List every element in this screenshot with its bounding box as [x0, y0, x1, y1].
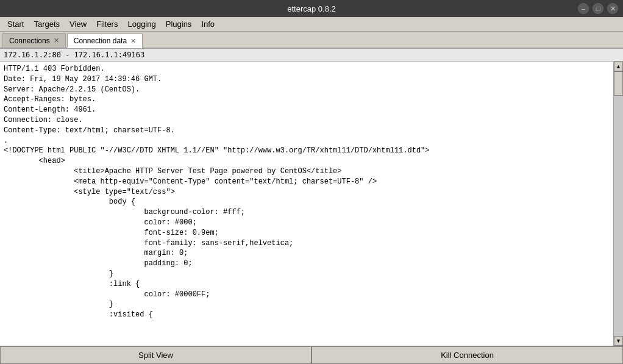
app-title: ettercap 0.8.2	[287, 4, 336, 13]
tab-connection-data[interactable]: Connection data ✕	[67, 34, 143, 48]
scrollbar-thumb[interactable]	[614, 71, 623, 96]
bottom-bar: Split View Kill Connection	[0, 346, 623, 364]
address-value: 172.16.1.2:80 - 172.16.1.1:49163	[4, 51, 144, 59]
scrollbar-up[interactable]: ▲	[614, 62, 623, 71]
menu-info[interactable]: Info	[196, 18, 219, 30]
content-text[interactable]: HTTP/1.1 403 Forbidden. Date: Fri, 19 Ma…	[0, 62, 613, 346]
tab-connection-data-close[interactable]: ✕	[130, 38, 136, 45]
menu-plugins[interactable]: Plugins	[161, 18, 197, 30]
tab-connections-label: Connections	[9, 37, 50, 45]
menu-targets[interactable]: Targets	[29, 18, 65, 30]
split-view-button[interactable]: Split View	[0, 346, 312, 364]
maximize-button[interactable]: □	[593, 3, 603, 14]
tab-connections-close[interactable]: ✕	[54, 37, 59, 44]
window-controls: – □ ✕	[578, 3, 618, 14]
scrollbar-track[interactable]	[614, 71, 623, 336]
tab-connection-data-label: Connection data	[74, 37, 127, 45]
tab-bar: Connections ✕ Connection data ✕	[0, 32, 623, 49]
close-button[interactable]: ✕	[607, 3, 618, 14]
kill-connection-button[interactable]: Kill Connection	[312, 346, 623, 364]
menu-start[interactable]: Start	[2, 18, 29, 30]
content-area: HTTP/1.1 403 Forbidden. Date: Fri, 19 Ma…	[0, 62, 623, 346]
menu-view[interactable]: View	[65, 18, 91, 30]
menu-filters[interactable]: Filters	[91, 18, 123, 30]
menu-logging[interactable]: Logging	[123, 18, 160, 30]
scrollbar-down[interactable]: ▼	[614, 336, 623, 346]
scrollbar[interactable]: ▲ ▼	[613, 62, 623, 346]
menu-bar: Start Targets View Filters Logging Plugi…	[0, 17, 623, 32]
address-bar: 172.16.1.2:80 - 172.16.1.1:49163	[0, 49, 623, 62]
minimize-button[interactable]: –	[578, 3, 589, 14]
tab-connections[interactable]: Connections ✕	[2, 33, 66, 48]
title-bar: ettercap 0.8.2 – □ ✕	[0, 0, 623, 17]
